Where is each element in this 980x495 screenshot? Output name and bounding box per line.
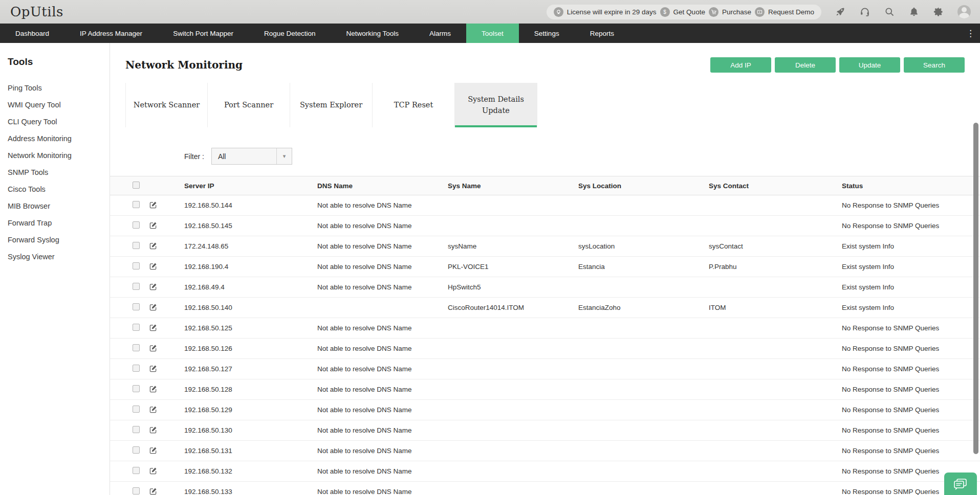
action-button[interactable]: Search xyxy=(904,57,965,73)
tool-tab[interactable]: Port Scanner xyxy=(208,83,290,127)
row-checkbox[interactable] xyxy=(133,303,140,310)
cell-dns-name: Not able to resolve DNS Name xyxy=(317,386,448,393)
row-checkbox[interactable] xyxy=(133,446,140,454)
nav-tab[interactable]: Toolset xyxy=(466,24,519,43)
sidebar-item[interactable]: Forward Syslog xyxy=(8,232,110,249)
sidebar-item[interactable]: SNMP Tools xyxy=(8,164,110,181)
cell-server-ip: 192.168.50.144 xyxy=(184,201,317,209)
row-checkbox[interactable] xyxy=(133,262,140,269)
sidebar-item[interactable]: Network Monitoring xyxy=(8,147,110,164)
edit-icon[interactable] xyxy=(149,324,157,331)
nav-tab[interactable]: Settings xyxy=(519,24,575,43)
edit-icon[interactable] xyxy=(149,262,157,270)
nav-tab[interactable]: Dashboard xyxy=(0,24,64,43)
user-avatar[interactable] xyxy=(957,5,971,18)
nav-tab-label: Reports xyxy=(590,30,614,37)
row-checkbox[interactable] xyxy=(133,385,140,392)
chat-button[interactable] xyxy=(944,472,977,495)
sidebar-item[interactable]: Syslog Viewer xyxy=(8,249,110,265)
get-quote-link[interactable]: Get Quote xyxy=(673,8,705,16)
tool-tab[interactable]: System Explorer xyxy=(290,83,373,127)
row-checkbox[interactable] xyxy=(133,283,140,290)
rocket-icon[interactable] xyxy=(835,6,846,17)
cart-icon xyxy=(709,7,718,17)
sidebar-item[interactable]: Ping Tools xyxy=(8,80,110,97)
select-all-checkbox[interactable] xyxy=(133,182,140,189)
edit-icon[interactable] xyxy=(149,201,157,209)
row-checkbox[interactable] xyxy=(133,344,140,351)
cell-server-ip: 192.168.190.4 xyxy=(184,263,317,271)
nav-tab[interactable]: Switch Port Mapper xyxy=(158,24,249,43)
action-button[interactable]: Update xyxy=(839,57,900,73)
nav-tab[interactable]: Reports xyxy=(575,24,629,43)
cell-status: No Response to SNMP Queries xyxy=(842,345,980,352)
tool-tabs: Network Scanner Port Scanner System Expl… xyxy=(125,83,965,127)
cell-server-ip: 192.168.50.129 xyxy=(184,406,317,414)
column-header-sys-name[interactable]: Sys Name xyxy=(448,182,578,190)
nav-tab[interactable]: IP Address Manager xyxy=(64,24,158,43)
table-row: 192.168.50.140 CiscoRouter14014.ITOM Est… xyxy=(110,298,980,318)
edit-icon[interactable] xyxy=(149,365,157,372)
tool-tab[interactable]: TCP Reset xyxy=(373,83,455,127)
sidebar-item[interactable]: Forward Trap xyxy=(8,215,110,232)
sidebar-item-label: Forward Trap xyxy=(8,219,52,227)
tool-tab[interactable]: System Details Update xyxy=(455,83,537,127)
purchase-link[interactable]: Purchase xyxy=(722,8,751,16)
cell-dns-name: Not able to resolve DNS Name xyxy=(317,242,448,250)
edit-icon[interactable] xyxy=(149,487,157,495)
column-header-server-ip[interactable]: Server IP xyxy=(184,182,317,190)
row-checkbox[interactable] xyxy=(133,365,140,372)
row-checkbox[interactable] xyxy=(133,487,140,494)
row-checkbox[interactable] xyxy=(133,406,140,413)
request-demo-link[interactable]: Request Demo xyxy=(768,8,814,16)
row-checkbox[interactable] xyxy=(133,324,140,331)
edit-icon[interactable] xyxy=(149,426,157,434)
cell-dns-name: Not able to resolve DNS Name xyxy=(317,201,448,209)
sidebar-item[interactable]: Address Monitoring xyxy=(8,130,110,147)
sidebar-item[interactable]: WMI Query Tool xyxy=(8,97,110,114)
row-checkbox[interactable] xyxy=(133,221,140,229)
edit-icon[interactable] xyxy=(149,283,157,290)
nav-kebab-icon[interactable]: ⋮ xyxy=(966,24,975,43)
edit-icon[interactable] xyxy=(149,344,157,352)
edit-icon[interactable] xyxy=(149,221,157,229)
table-row: 192.168.190.4 Not able to resolve DNS Na… xyxy=(110,257,980,277)
sidebar-item[interactable]: Cisco Tools xyxy=(8,181,110,198)
column-header-sys-location[interactable]: Sys Location xyxy=(578,182,709,190)
vertical-scrollbar[interactable] xyxy=(973,123,978,454)
nav-tab[interactable]: Rogue Detection xyxy=(249,24,331,43)
cell-status: No Response to SNMP Queries xyxy=(842,201,980,209)
demo-icon xyxy=(755,7,765,17)
cell-server-ip: 192.168.50.126 xyxy=(184,345,317,352)
tool-tab[interactable]: Network Scanner xyxy=(125,83,208,127)
sidebar-item[interactable]: CLI Query Tool xyxy=(8,114,110,130)
edit-icon[interactable] xyxy=(149,446,157,454)
nav-tab-label: Switch Port Mapper xyxy=(173,30,233,37)
cell-status: Exist system Info xyxy=(842,263,980,271)
bell-icon[interactable] xyxy=(908,6,920,17)
nav-tab[interactable]: Alarms xyxy=(414,24,466,43)
row-checkbox[interactable] xyxy=(133,201,140,208)
column-header-dns-name[interactable]: DNS Name xyxy=(317,182,448,190)
gear-icon[interactable] xyxy=(933,6,944,17)
search-icon[interactable] xyxy=(884,6,895,17)
row-checkbox[interactable] xyxy=(133,467,140,474)
edit-icon[interactable] xyxy=(149,385,157,393)
edit-icon[interactable] xyxy=(149,467,157,475)
edit-icon[interactable] xyxy=(149,242,157,250)
filter-dropdown[interactable]: All ▾ xyxy=(211,148,292,165)
license-expiry-text: License will expire in 29 days xyxy=(567,8,657,16)
headset-icon[interactable] xyxy=(859,6,870,17)
nav-tab[interactable]: Networking Tools xyxy=(331,24,415,43)
nav-tab-label: Dashboard xyxy=(15,30,49,37)
row-checkbox[interactable] xyxy=(133,242,140,249)
edit-icon[interactable] xyxy=(149,406,157,413)
edit-icon[interactable] xyxy=(149,303,157,311)
column-header-sys-contact[interactable]: Sys Contact xyxy=(709,182,842,190)
table-row: 192.168.50.133 Not able to resolve DNS N… xyxy=(110,482,980,495)
row-checkbox[interactable] xyxy=(133,426,140,433)
action-button[interactable]: Add IP xyxy=(710,57,771,73)
sidebar-item[interactable]: MIB Browser xyxy=(8,198,110,215)
action-button[interactable]: Delete xyxy=(775,57,836,73)
column-header-status[interactable]: Status xyxy=(842,182,980,190)
